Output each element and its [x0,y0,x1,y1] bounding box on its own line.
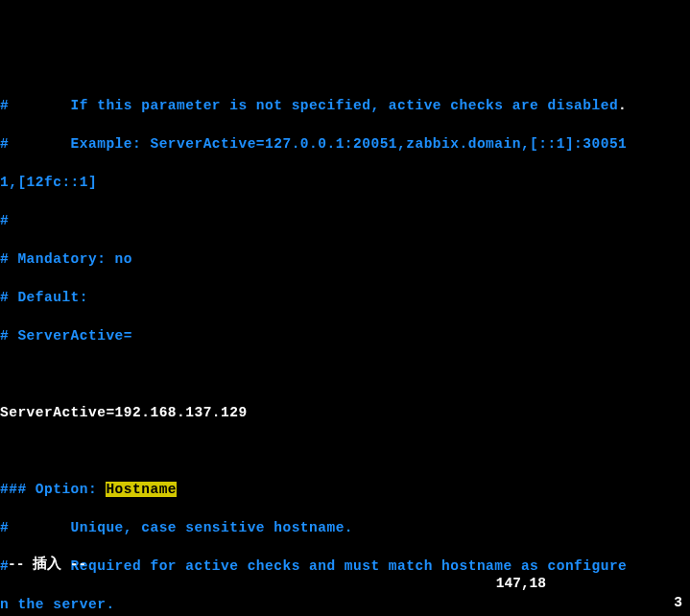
text: . [618,98,627,113]
config-comment: # ServerActive= [0,328,132,344]
config-comment: # Mandatory: no [0,251,132,267]
vim-mode: -- 插入 -- [8,555,86,574]
config-comment: ### Option: [0,482,106,497]
config-comment: # Unique, case sensitive hostname. [0,520,353,535]
config-comment: # If this parameter is not specified, ac… [0,98,618,113]
config-comment: # Default: [0,290,88,305]
vim-status-bar: -- 插入 -- 147,18 3 [0,535,690,612]
config-comment: # [0,213,9,228]
cursor-position: 147,18 [496,574,546,593]
search-highlight: Hostname [106,482,177,497]
config-comment: # Example: ServerActive=127.0.0.1:20051,… [0,136,627,152]
file-position-pct: 3 [674,593,682,612]
config-value: ServerActive=192.168.137.129 [0,405,248,420]
config-comment: 1,[12fc::1] [0,175,97,190]
